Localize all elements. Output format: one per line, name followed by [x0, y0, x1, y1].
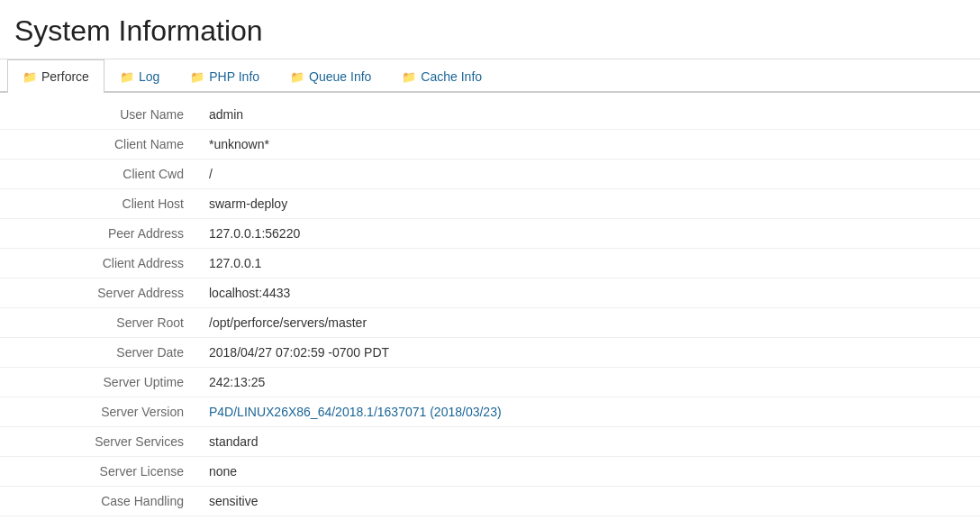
info-table: User NameadminClient Name*unknown*Client… [0, 100, 980, 516]
row-label: Client Name [0, 130, 198, 160]
table-row: Server Date2018/04/27 07:02:59 -0700 PDT [0, 338, 980, 368]
row-value[interactable]: P4D/LINUX26X86_64/2018.1/1637071 (2018/0… [198, 397, 980, 427]
tab-label: Queue Info [309, 69, 371, 84]
folder-icon: 📁 [190, 70, 204, 84]
row-label: Server Root [0, 308, 198, 338]
table-row: Server Uptime242:13:25 [0, 368, 980, 397]
table-row: Peer Address127.0.0.1:56220 [0, 219, 980, 249]
table-row: Client Hostswarm-deploy [0, 189, 980, 219]
tab-php-info[interactable]: 📁PHP Info [175, 59, 275, 93]
row-label: Server Address [0, 278, 198, 308]
tab-label: Perforce [41, 69, 89, 84]
row-label: Client Cwd [0, 160, 198, 189]
row-value: localhost:4433 [198, 278, 980, 308]
row-value: *unknown* [198, 130, 980, 160]
tab-label: Cache Info [421, 69, 482, 84]
row-label: User Name [0, 100, 198, 130]
row-label: Peer Address [0, 219, 198, 249]
row-label: Client Address [0, 249, 198, 278]
table-row: Server Servicesstandard [0, 427, 980, 457]
tab-queue-info[interactable]: 📁Queue Info [275, 59, 386, 93]
row-value: 242:13:25 [198, 368, 980, 397]
row-value-link[interactable]: P4D/LINUX26X86_64/2018.1/1637071 (2018/0… [209, 405, 502, 419]
row-value: swarm-deploy [198, 189, 980, 219]
table-row: Server Addresslocalhost:4433 [0, 278, 980, 308]
row-value: /opt/perforce/servers/master [198, 308, 980, 338]
tab-log[interactable]: 📁Log [104, 59, 175, 93]
table-row: Client Name*unknown* [0, 130, 980, 160]
row-value: admin [198, 100, 980, 130]
row-label: Client Host [0, 189, 198, 219]
table-row: Client Cwd/ [0, 160, 980, 189]
row-label: Server Services [0, 427, 198, 457]
row-label: Server Date [0, 338, 198, 368]
table-row: Client Address127.0.0.1 [0, 249, 980, 278]
row-value: sensitive [198, 487, 980, 516]
table-row: Server Licensenone [0, 457, 980, 487]
row-label: Case Handling [0, 487, 198, 516]
table-row: Server VersionP4D/LINUX26X86_64/2018.1/1… [0, 397, 980, 427]
row-value: / [198, 160, 980, 189]
row-value: 127.0.0.1:56220 [198, 219, 980, 249]
table-row: Server Root/opt/perforce/servers/master [0, 308, 980, 338]
folder-icon: 📁 [120, 70, 134, 84]
tab-bar: 📁Perforce📁Log📁PHP Info📁Queue Info📁Cache … [0, 59, 980, 93]
row-value: 2018/04/27 07:02:59 -0700 PDT [198, 338, 980, 368]
row-label: Server Uptime [0, 368, 198, 397]
row-value: none [198, 457, 980, 487]
folder-icon: 📁 [402, 70, 416, 84]
page-title: System Information [0, 0, 980, 59]
row-value: 127.0.0.1 [198, 249, 980, 278]
table-row: Case Handlingsensitive [0, 487, 980, 516]
tab-perforce[interactable]: 📁Perforce [7, 59, 104, 93]
row-label: Server Version [0, 397, 198, 427]
folder-icon: 📁 [290, 70, 304, 84]
tab-cache-info[interactable]: 📁Cache Info [386, 59, 497, 93]
tab-label: Log [139, 69, 159, 84]
table-row: User Nameadmin [0, 100, 980, 130]
row-label: Server License [0, 457, 198, 487]
row-value: standard [198, 427, 980, 457]
folder-icon: 📁 [23, 70, 37, 84]
tab-label: PHP Info [209, 69, 259, 84]
